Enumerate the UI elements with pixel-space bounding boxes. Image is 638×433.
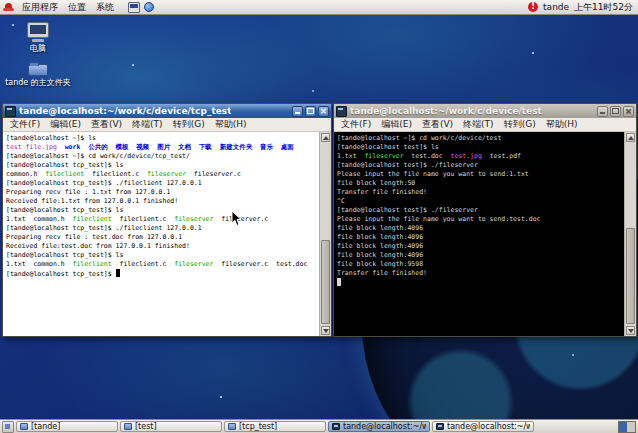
menu-item[interactable]: 编辑(E) — [45, 118, 86, 131]
menu-item[interactable]: 终端(T) — [458, 118, 499, 131]
update-alert-icon[interactable] — [528, 2, 538, 12]
terminal-line: 1.txt common.h fileclient fileclient.c f… — [6, 260, 316, 269]
desktop-icon-label: tande 的主文件夹 — [2, 78, 74, 87]
window-controls: × — [292, 106, 329, 117]
terminal-window-test: tande@localhost:~/work/c/device/test × 文… — [333, 103, 637, 337]
terminal-screen[interactable]: [tande@localhost ~]$ cd work/c/device/te… — [334, 132, 636, 336]
scroll-down-icon[interactable] — [321, 326, 330, 335]
menu-item[interactable]: 帮助(H) — [541, 118, 583, 131]
terminal-window-tcp-test: tande@localhost:~/work/c/device/tcp_test… — [2, 103, 332, 337]
terminal-line: file block length:4096 — [337, 242, 621, 251]
terminal-line: Transfer file finished! — [337, 269, 621, 278]
terminal-line: ^C — [337, 197, 621, 206]
terminal-line: file block length:9598 — [337, 260, 621, 269]
menu-item[interactable]: 位置 — [63, 1, 91, 14]
taskbar-button-label: tande@localhost:~/work — [447, 422, 530, 431]
terminal-window-icon — [5, 106, 16, 117]
user-switcher[interactable]: tande — [543, 2, 569, 12]
clock[interactable]: 上午11时52分 — [574, 1, 633, 14]
terminal-line: Please input the file name you want to s… — [337, 215, 621, 224]
taskbar-button[interactable]: [tande] — [16, 421, 118, 432]
workspace-other[interactable] — [627, 422, 635, 432]
terminal-line: [tande@localhost tcp_test]$ — [6, 269, 316, 278]
titlebar[interactable]: tande@localhost:~/work/c/device/tcp_test… — [3, 104, 331, 118]
terminal-line: [tande@localhost ~]$ cd work/c/device/tc… — [6, 152, 316, 161]
terminal-line: [tande@localhost tcp_test]$ ./fileclient… — [6, 224, 316, 233]
minimize-button[interactable] — [597, 106, 608, 117]
terminal-line: Received file:1.txt from 127.0.0.1 finis… — [6, 197, 316, 206]
scrollbar[interactable] — [319, 132, 331, 336]
terminal-line: file block length:4096 — [337, 224, 621, 233]
terminal-icon — [436, 423, 444, 430]
browser-launcher-icon[interactable] — [144, 2, 154, 12]
terminal-line: Transfer file finished! — [337, 188, 621, 197]
terminal-line: [tande@localhost tcp_test]$ ls — [6, 251, 316, 260]
window-controls: × — [597, 106, 634, 117]
terminal-menubar: 文件(F)编辑(E)查看(V)终端(T)转到(G)帮助(H) — [3, 118, 331, 132]
show-desktop-icon[interactable] — [2, 421, 14, 433]
menu-item[interactable]: 文件(F) — [5, 118, 45, 131]
terminal-line: 1.txt common.h fileclient fileclient.c f… — [6, 215, 316, 224]
menu-item[interactable]: 应用程序 — [17, 1, 63, 14]
terminal-line — [337, 278, 621, 287]
panel-menus: 应用程序位置系统 — [17, 1, 119, 14]
panel-right: tande 上午11时52分 — [528, 1, 638, 14]
desktop-icon-computer[interactable]: 电脑 — [6, 22, 70, 53]
taskbar-button-label: tande@localhost:~/work... — [343, 422, 426, 431]
panel-launchers — [128, 2, 154, 13]
home-folder-icon — [28, 62, 48, 76]
close-button[interactable]: × — [623, 106, 634, 117]
menu-item[interactable]: 终端(T) — [127, 118, 168, 131]
scrollbar[interactable] — [624, 132, 636, 336]
terminal-line: file block length:50 — [337, 179, 621, 188]
menu-item[interactable]: 编辑(E) — [376, 118, 417, 131]
panel-left: 应用程序位置系统 — [0, 1, 154, 14]
taskbar-button[interactable]: [test] — [120, 421, 222, 432]
scrollbar-thumb[interactable] — [626, 228, 635, 324]
scroll-down-icon[interactable] — [626, 326, 635, 335]
menu-item[interactable]: 转到(G) — [499, 118, 541, 131]
terminal-line: Preparing recv file : test.doc from 127.… — [6, 233, 316, 242]
menu-item[interactable]: 查看(V) — [417, 118, 458, 131]
terminal-line: [tande@localhost tcp_test]$ ls — [6, 161, 316, 170]
desktop-icon-home[interactable]: tande 的主文件夹 — [2, 62, 74, 87]
terminal-line: Please input the file name you want to s… — [337, 170, 621, 179]
folder-icon — [20, 423, 28, 430]
terminal-window-icon — [336, 106, 347, 117]
terminal-icon — [332, 423, 340, 430]
terminal-line: file block length:4096 — [337, 233, 621, 242]
terminal-line: Preparing recv file : 1.txt from 127.0.0… — [6, 188, 316, 197]
maximize-button[interactable] — [610, 106, 621, 117]
menu-item[interactable]: 系统 — [91, 1, 119, 14]
minimize-button[interactable] — [292, 106, 303, 117]
scrollbar-thumb[interactable] — [321, 240, 330, 324]
taskbar-button-label: [tcp_test] — [239, 422, 277, 431]
close-button[interactable]: × — [318, 106, 329, 117]
workspace-current[interactable] — [619, 422, 627, 432]
maximize-button[interactable] — [305, 106, 316, 117]
menu-item[interactable]: 帮助(H) — [210, 118, 252, 131]
taskbar-button-label: [test] — [135, 422, 157, 431]
terminal-line: file block length:4096 — [337, 251, 621, 260]
terminal-screen[interactable]: [tande@localhost ~]$ lstest file.jpg wor… — [3, 132, 331, 336]
scroll-up-icon[interactable] — [321, 133, 330, 142]
menu-item[interactable]: 转到(G) — [168, 118, 210, 131]
workspace-switcher[interactable] — [618, 421, 636, 433]
window-title: tande@localhost:~/work/c/device/test — [350, 106, 542, 116]
terminal-line: [tande@localhost ~]$ ls — [6, 134, 316, 143]
folder-icon — [228, 423, 236, 430]
terminal-line: [tande@localhost tcp_test]$ ls — [6, 206, 316, 215]
taskbar-button[interactable]: tande@localhost:~/work — [432, 421, 534, 432]
terminal-line: [tande@localhost tcp_test]$ ./fileclient… — [6, 179, 316, 188]
scroll-up-icon[interactable] — [626, 133, 635, 142]
terminal-launcher-icon[interactable] — [128, 2, 140, 13]
terminal-line: 1.txt fileserver test.doc test.jpg test.… — [337, 152, 621, 161]
menu-item[interactable]: 文件(F) — [336, 118, 376, 131]
taskbar-buttons: [tande][test][tcp_test]tande@localhost:~… — [16, 421, 534, 432]
terminal-line: test file.jpg work 公共的 模板 视频 图片 文档 下载 新建… — [6, 143, 316, 152]
menu-item[interactable]: 查看(V) — [86, 118, 127, 131]
taskbar-button[interactable]: tande@localhost:~/work... — [328, 421, 430, 432]
taskbar-button[interactable]: [tcp_test] — [224, 421, 326, 432]
redhat-menu-icon[interactable] — [3, 2, 14, 12]
titlebar[interactable]: tande@localhost:~/work/c/device/test × — [334, 104, 636, 118]
